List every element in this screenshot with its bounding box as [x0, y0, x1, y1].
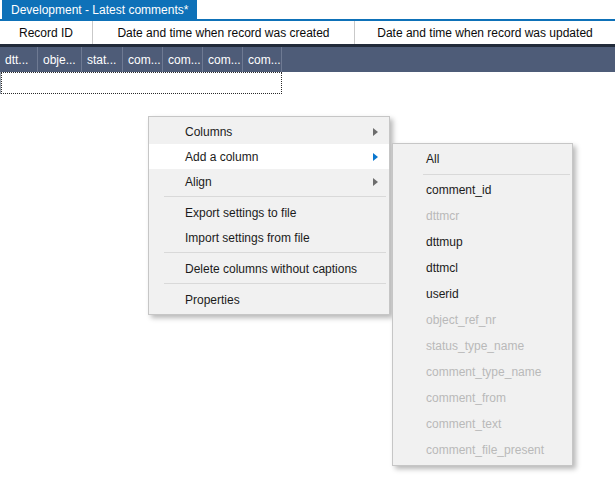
- menu-item-label: Add a column: [185, 150, 258, 164]
- menu-item-label: status_type_name: [426, 339, 524, 353]
- column-header-cell[interactable]: stat...: [82, 47, 123, 72]
- column-header-filler: [282, 47, 615, 72]
- column-header-cell[interactable]: obje...: [38, 47, 82, 72]
- band-header-row: Record IDDate and time when record was c…: [0, 21, 615, 44]
- menu-item-comment-file-present: comment_file_present: [393, 437, 572, 463]
- menu-item-import-settings-from-file[interactable]: Import settings from file: [149, 225, 389, 250]
- menu-item-add-a-column[interactable]: Add a column: [149, 144, 389, 169]
- band-header-cell[interactable]: Record ID: [0, 21, 93, 44]
- menu-item-comment-id[interactable]: comment_id: [393, 177, 572, 203]
- menu-item-userid[interactable]: userid: [393, 281, 572, 307]
- menu-item-label: dttmcl: [426, 261, 458, 275]
- menu-item-columns[interactable]: Columns: [149, 119, 389, 144]
- app-background: Development - Latest comments* Record ID…: [0, 0, 615, 502]
- column-header-cell[interactable]: dtt...: [0, 47, 38, 72]
- menu-item-delete-columns-without-captions[interactable]: Delete columns without captions: [149, 256, 389, 281]
- column-header-cell[interactable]: com...: [203, 47, 243, 72]
- menu-item-dttmcl[interactable]: dttmcl: [393, 255, 572, 281]
- column-header-cell[interactable]: com...: [243, 47, 282, 72]
- focused-empty-row[interactable]: [1, 72, 282, 94]
- menu-item-label: comment_type_name: [426, 365, 541, 379]
- menu-item-export-settings-to-file[interactable]: Export settings to file: [149, 200, 389, 225]
- menu-item-label: comment_id: [426, 183, 491, 197]
- menu-separator: [423, 174, 570, 175]
- menu-item-status-type-name: status_type_name: [393, 333, 572, 359]
- menu-item-label: object_ref_nr: [426, 313, 496, 327]
- tab-development-latest-comments[interactable]: Development - Latest comments*: [2, 0, 197, 19]
- menu-separator: [164, 252, 386, 253]
- menu-item-all[interactable]: All: [393, 146, 572, 172]
- menu-item-label: Columns: [185, 125, 232, 139]
- menu-item-properties[interactable]: Properties: [149, 287, 389, 312]
- column-header-cell[interactable]: com...: [123, 47, 163, 72]
- tab-label: Development - Latest comments*: [11, 3, 188, 17]
- menu-item-comment-from: comment_from: [393, 385, 572, 411]
- band-header-cell[interactable]: Date and time when record was updated: [355, 21, 615, 44]
- menu-item-label: Import settings from file: [185, 231, 310, 245]
- menu-item-label: Properties: [185, 293, 240, 307]
- menu-item-dttmup[interactable]: dttmup: [393, 229, 572, 255]
- column-header-row: dtt...obje...stat...com...com...com...co…: [0, 47, 615, 72]
- menu-item-label: userid: [426, 287, 459, 301]
- menu-separator: [164, 196, 386, 197]
- menu-item-label: comment_file_present: [426, 443, 544, 457]
- submenu-arrow-icon: [373, 178, 378, 186]
- menu-item-label: dttmcr: [426, 209, 459, 223]
- menu-item-comment-type-name: comment_type_name: [393, 359, 572, 385]
- add-column-submenu: Allcomment_iddttmcrdttmupdttmcluseridobj…: [392, 143, 573, 466]
- band-header-cell[interactable]: Date and time when record was created: [93, 21, 355, 44]
- menu-item-label: Align: [185, 175, 212, 189]
- menu-item-label: All: [426, 152, 439, 166]
- column-header-cell[interactable]: com...: [163, 47, 203, 72]
- menu-item-label: Delete columns without captions: [185, 262, 357, 276]
- submenu-arrow-icon: [373, 153, 378, 161]
- menu-item-label: dttmup: [426, 235, 463, 249]
- menu-item-object-ref-nr: object_ref_nr: [393, 307, 572, 333]
- menu-item-label: Export settings to file: [185, 206, 296, 220]
- tab-bar: Development - Latest comments*: [0, 0, 615, 21]
- menu-separator: [164, 283, 386, 284]
- menu-item-label: comment_text: [426, 417, 501, 431]
- menu-item-dttmcr: dttmcr: [393, 203, 572, 229]
- submenu-arrow-icon: [373, 128, 378, 136]
- menu-item-comment-text: comment_text: [393, 411, 572, 437]
- grid-context-menu: ColumnsAdd a columnAlignExport settings …: [148, 116, 390, 315]
- menu-item-label: comment_from: [426, 391, 506, 405]
- menu-item-align[interactable]: Align: [149, 169, 389, 194]
